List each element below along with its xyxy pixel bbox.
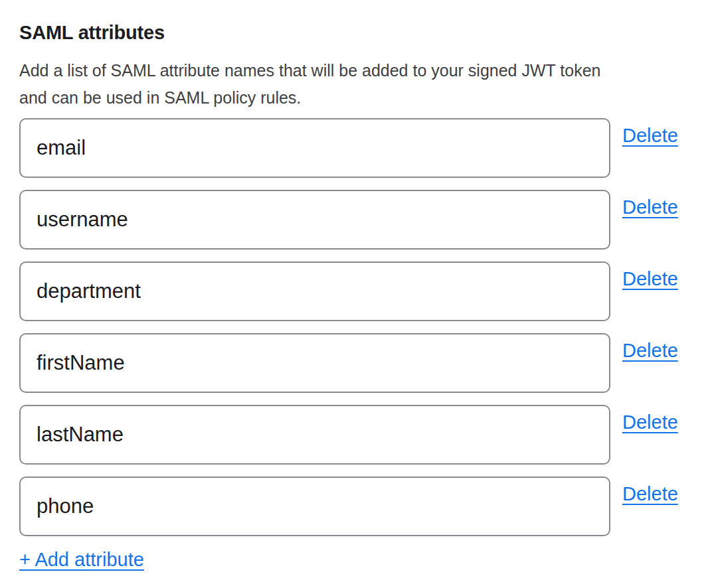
delete-attribute-link[interactable]: Delete — [622, 339, 678, 362]
attribute-row: Delete — [19, 477, 681, 536]
description-line-1: Add a list of SAML attribute names that … — [19, 57, 681, 84]
delete-attribute-link[interactable]: Delete — [622, 482, 678, 506]
saml-attribute-input-lastname[interactable] — [19, 405, 610, 465]
add-attribute-row: + Add attribute — [19, 548, 681, 571]
attribute-row: Delete — [19, 333, 681, 393]
saml-attribute-input-username[interactable] — [19, 190, 610, 250]
delete-attribute-link[interactable]: Delete — [622, 267, 678, 291]
attribute-row: Delete — [19, 261, 681, 321]
attribute-row: Delete — [19, 190, 681, 250]
saml-attributes-section: SAML attributes Add a list of SAML attri… — [19, 21, 681, 571]
description-line-2: and can be used in SAML policy rules. — [19, 84, 681, 111]
delete-attribute-link[interactable]: Delete — [622, 411, 678, 434]
saml-attribute-input-email[interactable] — [19, 118, 610, 178]
add-attribute-link[interactable]: + Add attribute — [19, 548, 144, 571]
delete-attribute-link[interactable]: Delete — [622, 196, 678, 219]
attribute-row: Delete — [19, 405, 681, 465]
saml-attribute-input-phone[interactable] — [19, 477, 610, 536]
attribute-row: Delete — [19, 118, 681, 178]
saml-attribute-input-department[interactable] — [19, 261, 610, 321]
delete-attribute-link[interactable]: Delete — [622, 124, 678, 147]
section-description: Add a list of SAML attribute names that … — [19, 57, 681, 111]
page-title: SAML attributes — [19, 21, 681, 44]
saml-attribute-input-firstname[interactable] — [19, 333, 610, 393]
